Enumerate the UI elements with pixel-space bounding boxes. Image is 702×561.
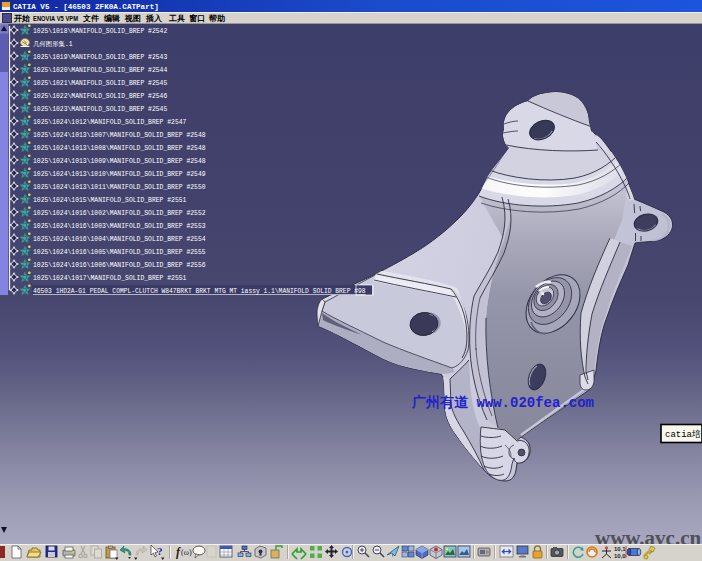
svg-text:编辑: 编辑 — [103, 14, 120, 23]
svg-text:广州有道 www.020fea.com: 广州有道 www.020fea.com — [411, 394, 594, 411]
svg-text:1025\1024\1013\1009\MANIFOLD_S: 1025\1024\1013\1009\MANIFOLD_SOLID_BREP … — [33, 158, 206, 165]
svg-text:1025\1021\MANIFOLD_SOLID_BREP: 1025\1021\MANIFOLD_SOLID_BREP #2545 — [33, 80, 167, 87]
svg-text:1025\1020\MANIFOLD_SOLID_BREP: 1025\1020\MANIFOLD_SOLID_BREP #2544 — [33, 67, 167, 74]
svg-text:1025\1024\1015\MANIFOLD_SOLID_: 1025\1024\1015\MANIFOLD_SOLID_BREP #2551 — [33, 197, 187, 204]
svg-text:1025\1024\1013\1010\MANIFOLD_S: 1025\1024\1013\1010\MANIFOLD_SOLID_BREP … — [33, 171, 206, 178]
svg-text:窗口: 窗口 — [189, 13, 205, 23]
svg-text:1025\1024\1016\1004\MANIFOLD_S: 1025\1024\1016\1004\MANIFOLD_SOLID_BREP … — [33, 236, 206, 243]
svg-text:1025\1024\1016\1002\MANIFOLD_S: 1025\1024\1016\1002\MANIFOLD_SOLID_BREP … — [33, 210, 206, 217]
svg-text:(ω): (ω) — [181, 548, 192, 557]
svg-text:catia培: catia培 — [665, 429, 701, 440]
svg-text:ENOVIA V5 VPM: ENOVIA V5 VPM — [33, 15, 78, 22]
svg-text:插入: 插入 — [145, 14, 163, 23]
svg-text:46503 1HD2A-G1 PEDAL COMPL-CLU: 46503 1HD2A-G1 PEDAL COMPL-CLUTCH W847BR… — [33, 288, 366, 295]
svg-text:视图: 视图 — [124, 14, 141, 23]
svg-text:1025\1024\1012\MANIFOLD_SOLID_: 1025\1024\1012\MANIFOLD_SOLID_BREP #2547 — [33, 119, 187, 126]
svg-text:开始: 开始 — [13, 14, 30, 23]
svg-text:?: ? — [157, 545, 163, 557]
svg-text:1025\1019\MANIFOLD_SOLID_BREP: 1025\1019\MANIFOLD_SOLID_BREP #2543 — [33, 54, 167, 61]
svg-text:文件: 文件 — [82, 14, 100, 23]
svg-text:10,1: 10,1 — [614, 546, 626, 552]
svg-text:1025\1024\1013\1007\MANIFOLD_S: 1025\1024\1013\1007\MANIFOLD_SOLID_BREP … — [33, 132, 206, 139]
svg-text:1025\1024\1017\MANIFOLD_SOLID_: 1025\1024\1017\MANIFOLD_SOLID_BREP #2551 — [33, 275, 187, 282]
svg-text:10,0: 10,0 — [614, 553, 626, 559]
svg-text:1025\1023\MANIFOLD_SOLID_BREP: 1025\1023\MANIFOLD_SOLID_BREP #2545 — [33, 106, 167, 113]
svg-text:工具: 工具 — [168, 14, 185, 23]
svg-text:CATIA V5 - [46503 2FK0A.CATPar: CATIA V5 - [46503 2FK0A.CATPart] — [13, 3, 159, 11]
svg-text:1025\1022\MANIFOLD_SOLID_BREP: 1025\1022\MANIFOLD_SOLID_BREP #2546 — [33, 93, 167, 100]
svg-text:帮助: 帮助 — [208, 14, 225, 23]
svg-text:1025\1024\1016\1006\MANIFOLD_S: 1025\1024\1016\1006\MANIFOLD_SOLID_BREP … — [33, 262, 206, 269]
svg-text:1025\1018\MANIFOLD_SOLID_BREP: 1025\1018\MANIFOLD_SOLID_BREP #2542 — [33, 28, 167, 35]
svg-text:1025\1024\1013\1011\MANIFOLD_S: 1025\1024\1013\1011\MANIFOLD_SOLID_BREP … — [33, 184, 206, 191]
svg-text:1025\1024\1016\1005\MANIFOLD_S: 1025\1024\1016\1005\MANIFOLD_SOLID_BREP … — [33, 249, 206, 256]
svg-text:几何图形集.1: 几何图形集.1 — [33, 40, 73, 48]
svg-text:1025\1024\1013\1008\MANIFOLD_S: 1025\1024\1013\1008\MANIFOLD_SOLID_BREP … — [33, 145, 206, 152]
svg-text:1025\1024\1016\1003\MANIFOLD_S: 1025\1024\1016\1003\MANIFOLD_SOLID_BREP … — [33, 223, 206, 230]
